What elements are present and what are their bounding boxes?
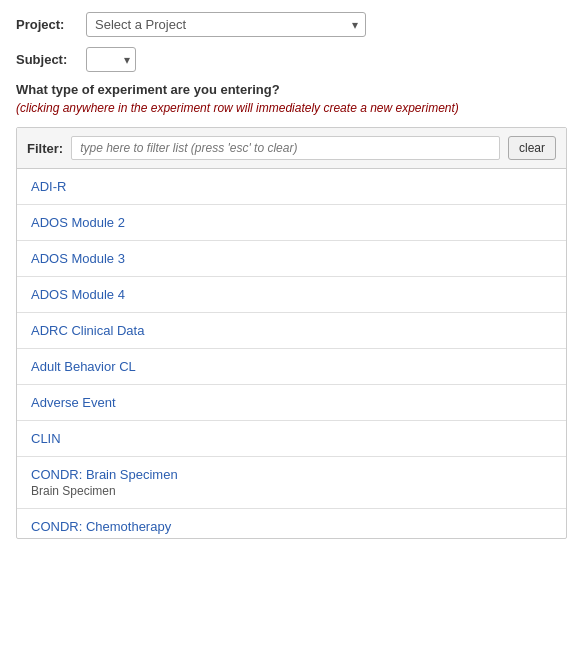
experiment-link[interactable]: ADOS Module 4 [31,287,552,302]
experiment-link[interactable]: Adult Behavior CL [31,359,552,374]
project-row: Project: Select a Project [16,12,567,37]
subject-label: Subject: [16,52,86,67]
filter-row: Filter: clear [17,128,566,169]
question-section: What type of experiment are you entering… [16,82,567,115]
subject-select-wrapper[interactable] [86,47,136,72]
question-title: What type of experiment are you entering… [16,82,567,97]
project-select[interactable]: Select a Project [86,12,366,37]
experiment-link[interactable]: Adverse Event [31,395,552,410]
list-item[interactable]: ADI-R [17,169,566,205]
list-item[interactable]: Adult Behavior CL [17,349,566,385]
list-item[interactable]: ADRC Clinical Data [17,313,566,349]
experiment-link[interactable]: ADRC Clinical Data [31,323,552,338]
experiment-panel: Filter: clear ADI-RADOS Module 2ADOS Mod… [16,127,567,539]
experiment-desc: Brain Specimen [31,484,552,498]
project-label: Project: [16,17,86,32]
subject-row: Subject: [16,47,567,72]
list-item[interactable]: ADOS Module 3 [17,241,566,277]
experiment-list: ADI-RADOS Module 2ADOS Module 3ADOS Modu… [17,169,566,538]
list-item[interactable]: CONDR: Brain SpecimenBrain Specimen [17,457,566,509]
filter-label: Filter: [27,141,63,156]
filter-input[interactable] [71,136,500,160]
project-select-wrapper[interactable]: Select a Project [86,12,366,37]
question-subtitle: (clicking anywhere in the experiment row… [16,101,567,115]
list-item[interactable]: ADOS Module 2 [17,205,566,241]
experiment-link[interactable]: ADOS Module 3 [31,251,552,266]
experiment-link[interactable]: CONDR: Brain Specimen [31,467,552,482]
experiment-link[interactable]: CLIN [31,431,552,446]
clear-button[interactable]: clear [508,136,556,160]
list-item[interactable]: ADOS Module 4 [17,277,566,313]
list-item[interactable]: CONDR: Chemotherapy [17,509,566,538]
list-item[interactable]: Adverse Event [17,385,566,421]
subject-select[interactable] [86,47,136,72]
list-item[interactable]: CLIN [17,421,566,457]
experiment-link[interactable]: ADI-R [31,179,552,194]
experiment-link[interactable]: ADOS Module 2 [31,215,552,230]
experiment-link[interactable]: CONDR: Chemotherapy [31,519,552,534]
